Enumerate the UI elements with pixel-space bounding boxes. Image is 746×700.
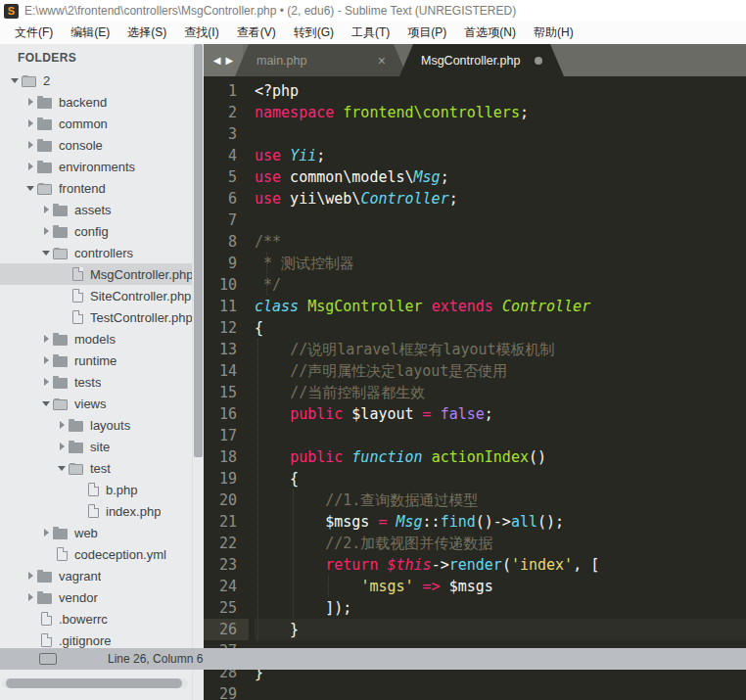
tree-file-TestController.php[interactable]: TestController.php [0,306,192,328]
code-area[interactable]: 1234567891011121314151617181920212223242… [204,76,746,700]
tab-label: main.php [256,54,370,68]
tab-scroll-right-icon[interactable]: ▶ [226,56,234,66]
code-line-18[interactable]: public function actionIndex() [255,446,746,468]
code-line-29[interactable] [255,683,746,700]
tree-folder-test[interactable]: test [0,457,192,479]
chevron-right-icon[interactable] [39,227,53,235]
code-line-16[interactable]: public $layout = false; [255,403,746,425]
tree-folder-vagrant[interactable]: vagrant [0,565,192,586]
menu-item[interactable]: 查找(I) [175,22,227,44]
tree-folder-runtime[interactable]: runtime [0,350,192,371]
tree-folder-models[interactable]: models [0,328,192,350]
line-number: 5 [204,166,249,188]
code-line-5[interactable]: use common\models\Msg; [255,166,746,188]
tab-MsgController.php[interactable]: MsgController.php [399,44,564,76]
tree-folder-2[interactable]: 2 [0,70,192,91]
code-line-20[interactable]: //1.查询数据通过模型 [255,490,746,511]
sidebar-horizontal-scrollbar-thumb[interactable] [6,678,182,688]
chevron-right-icon[interactable] [39,378,53,386]
menu-item[interactable]: 帮助(H) [525,22,583,44]
sidebar-vertical-scrollbar[interactable] [192,44,204,700]
code-line-12[interactable]: { [255,317,746,339]
code-line-26[interactable]: } [255,619,746,640]
tree-folder-views[interactable]: views [0,393,192,414]
code-line-22[interactable]: //2.加载视图并传递数据 [255,533,746,554]
chevron-right-icon[interactable] [23,593,37,601]
code-line-2[interactable]: namespace frontend\controllers; [255,102,746,123]
chevron-right-icon[interactable] [39,335,53,343]
chevron-down-icon[interactable] [55,466,69,471]
tab-close-icon[interactable]: × [378,53,386,69]
tree-file-SiteController.php[interactable]: SiteController.php [0,285,192,306]
tab-main.php[interactable]: main.php× [235,44,407,76]
menu-item[interactable]: 项目(P) [398,22,455,44]
code-body[interactable]: <?phpnamespace frontend\controllers;use … [255,80,746,700]
code-line-15[interactable]: //当前控制器都生效 [255,382,746,403]
tab-scroll-arrows[interactable]: ◀ ▶ [204,44,243,76]
tree-folder-backend[interactable]: backend [0,91,192,113]
chevron-right-icon[interactable] [55,443,69,450]
tree-folder-web[interactable]: web [0,522,192,543]
code-line-21[interactable]: $msgs = Msg::find()->all(); [255,511,746,533]
sidebar-vertical-scrollbar-thumb[interactable] [194,44,203,457]
chevron-down-icon[interactable] [8,78,22,83]
tree-folder-frontend[interactable]: frontend [0,177,192,199]
menu-item[interactable]: 首选项(N) [455,22,525,44]
tree-folder-assets[interactable]: assets [0,199,192,220]
chevron-right-icon[interactable] [23,141,37,149]
menu-item[interactable]: 编辑(E) [62,22,118,44]
code-line-4[interactable]: use Yii; [255,145,746,166]
chevron-right-icon[interactable] [55,421,69,429]
code-line-3[interactable] [255,123,746,145]
tree-folder-console[interactable]: console [0,134,192,156]
code-line-9[interactable]: * 测试控制器 [255,253,746,274]
menu-item[interactable]: 查看(V) [228,22,285,44]
tab-scroll-left-icon[interactable]: ◀ [213,56,221,66]
tree-folder-config[interactable]: config [0,220,192,242]
chevron-down-icon[interactable] [23,186,37,191]
menu-item[interactable]: 选择(S) [118,22,175,44]
menu-item[interactable]: 工具(T) [343,22,398,44]
code-line-14[interactable]: //声明属性决定layout是否使用 [255,360,746,382]
code-line-19[interactable]: { [255,468,746,490]
tree-file-codeception.yml[interactable]: codeception.yml [0,543,192,565]
code-line-8[interactable]: /** [255,231,746,253]
tree-file-.bowerrc[interactable]: .bowerrc [0,608,192,630]
tree-folder-common[interactable]: common [0,113,192,134]
code-line-23[interactable]: return $this->render('index', [ [255,554,746,576]
tree-folder-environments[interactable]: environments [0,156,192,177]
tree-folder-site[interactable]: site [0,436,192,457]
tree-folder-tests[interactable]: tests [0,371,192,393]
chevron-right-icon[interactable] [39,356,53,364]
menu-item[interactable]: 转到(G) [285,22,343,44]
sidebar-horizontal-scrollbar[interactable] [2,678,188,688]
tree-folder-controllers[interactable]: controllers [0,242,192,263]
tree-file-b.php[interactable]: b.php [0,479,192,500]
menu-item[interactable]: 文件(F) [6,22,62,44]
code-line-6[interactable]: use yii\web\Controller; [255,188,746,210]
status-bar-icon[interactable] [39,653,57,665]
chevron-right-icon[interactable] [39,529,53,537]
tree-item-label: views [74,397,107,411]
chevron-right-icon[interactable] [23,98,37,106]
code-line-11[interactable]: class MsgController extends Controller [255,296,746,317]
tree-file-index.php[interactable]: index.php [0,500,192,522]
code-line-7[interactable] [255,210,746,231]
sidebar-file-tree: FOLDERS 2backendcommonconsoleenvironment… [0,44,192,700]
chevron-right-icon[interactable] [23,572,37,580]
chevron-down-icon[interactable] [39,401,53,406]
chevron-right-icon[interactable] [39,206,53,213]
chevron-right-icon[interactable] [23,163,37,170]
status-bar: Line 26, Column 6 [0,648,746,670]
tree-item-label: layouts [90,418,130,433]
code-line-10[interactable]: */ [255,274,746,296]
tree-folder-layouts[interactable]: layouts [0,414,192,436]
chevron-down-icon[interactable] [39,251,53,256]
code-line-1[interactable]: <?php [255,80,746,102]
code-line-13[interactable]: //说明laravel框架有layout模板机制 [255,339,746,360]
chevron-right-icon[interactable] [23,119,37,127]
tree-file-MsgController.php[interactable]: MsgController.php [0,263,192,285]
tree-folder-vendor[interactable]: vendor [0,586,192,608]
code-line-17[interactable] [255,425,746,446]
code-line-25[interactable]: ]); [255,597,746,619]
